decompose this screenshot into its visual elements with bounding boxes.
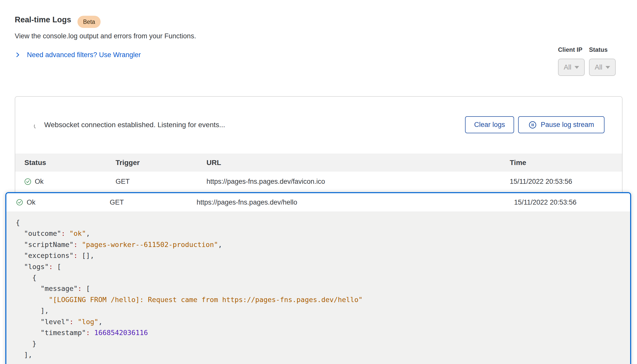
clear-logs-label: Clear logs <box>474 121 505 129</box>
client-ip-filter-value: All <box>564 63 571 71</box>
status-filter-dropdown[interactable]: All <box>589 59 616 76</box>
page-title: Real-time Logs <box>15 15 71 24</box>
column-header-status: Status <box>24 159 116 167</box>
row-trigger: GET <box>116 178 206 186</box>
pause-log-stream-button[interactable]: Pause log stream <box>518 116 604 133</box>
row-status: Ok <box>27 198 36 206</box>
client-ip-filter-dropdown[interactable]: All <box>558 59 585 76</box>
column-header-time: Time <box>510 159 622 167</box>
page-subtitle: View the console.log output and errors f… <box>15 32 196 40</box>
status-filter-label: Status <box>589 46 608 53</box>
pause-log-stream-label: Pause log stream <box>541 121 594 129</box>
row-url: https://pages-fns.pages.dev/hello <box>197 198 514 206</box>
spinner-icon <box>34 123 40 129</box>
caret-down-icon <box>606 66 610 69</box>
beta-badge: Beta <box>77 16 101 28</box>
chevron-right-icon <box>15 52 21 58</box>
expanded-log-row: Ok GET https://pages-fns.pages.dev/hello… <box>5 192 631 364</box>
websocket-status-message: Websocket connection established. Listen… <box>44 121 225 129</box>
status-filter-value: All <box>595 63 602 71</box>
status-ok-icon <box>24 178 31 185</box>
client-ip-filter-label: Client IP <box>558 46 582 53</box>
column-header-trigger: Trigger <box>116 159 206 167</box>
table-row[interactable]: Ok GET https://pages-fns.pages.dev/favic… <box>15 172 622 191</box>
clear-logs-button[interactable]: Clear logs <box>465 116 514 133</box>
row-url: https://pages-fns.pages.dev/favicon.ico <box>206 178 510 186</box>
row-status: Ok <box>35 178 44 186</box>
caret-down-icon <box>575 66 579 69</box>
pause-icon <box>529 121 537 129</box>
row-time: 15/11/2022 20:53:56 <box>510 178 622 186</box>
realtime-logs-page: Real-time Logs Beta View the console.log… <box>0 0 637 364</box>
log-toolbar: Websocket connection established. Listen… <box>15 97 622 154</box>
table-header-row: Status Trigger URL Time <box>15 154 622 172</box>
expanded-row-header[interactable]: Ok GET https://pages-fns.pages.dev/hello… <box>6 193 630 211</box>
row-time: 15/11/2022 20:53:56 <box>514 198 630 206</box>
code-block: { "outcome": "ok", "scriptName": "pages-… <box>6 211 630 364</box>
column-header-url: URL <box>206 159 510 167</box>
wrangler-link-row: Need advanced filters? Use Wrangler <box>15 50 141 60</box>
row-trigger: GET <box>110 198 197 206</box>
status-ok-icon <box>16 199 23 206</box>
wrangler-link[interactable]: Need advanced filters? Use Wrangler <box>27 51 141 59</box>
